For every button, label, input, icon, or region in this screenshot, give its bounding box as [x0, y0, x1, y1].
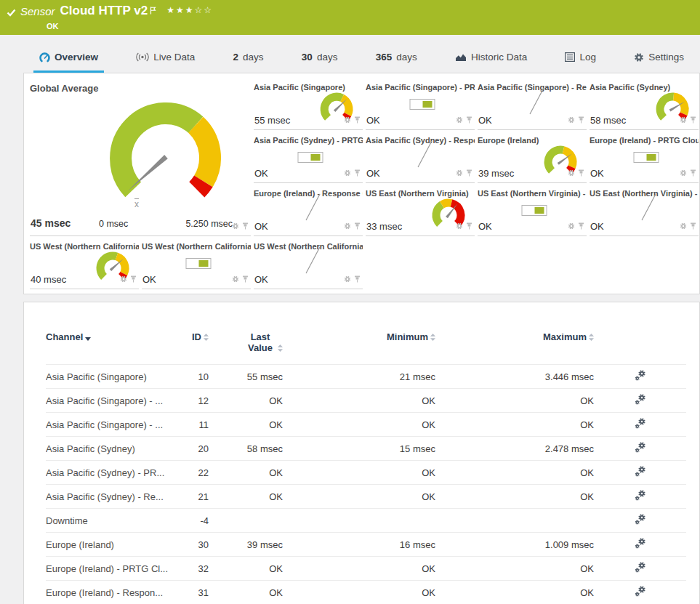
gear-icon[interactable]	[680, 113, 687, 126]
pin-icon[interactable]	[354, 166, 361, 180]
col-header-id[interactable]: ID	[171, 331, 209, 365]
tab-label: Log	[579, 52, 596, 63]
channel-tile[interactable]: Asia Pacific (Sydney) 58 msec	[590, 82, 699, 130]
channel-tile[interactable]: US East (Northern Virginia) - ... OK	[478, 188, 587, 236]
channel-tile[interactable]: Europe (Ireland) - Response C... OK	[254, 188, 363, 236]
gear-icon[interactable]	[680, 220, 687, 233]
channel-tile[interactable]: Asia Pacific (Singapore) - PR... OK	[366, 82, 475, 130]
channel-settings-icon[interactable]	[635, 490, 646, 504]
pin-icon[interactable]	[130, 273, 137, 286]
tab-365-days[interactable]: 365days	[370, 44, 423, 73]
cell-minimum: OK	[283, 389, 435, 413]
channel-settings-icon[interactable]	[635, 370, 646, 384]
pin-icon[interactable]	[466, 166, 472, 180]
gear-icon[interactable]	[568, 113, 575, 126]
tile-title: Europe (Ireland) - PRTG Cloud...	[590, 135, 699, 145]
pin-icon[interactable]	[578, 220, 584, 233]
cell-channel: Asia Pacific (Sydney) - Re...	[46, 485, 171, 509]
channel-settings-icon[interactable]	[635, 394, 646, 408]
cell-channel: Europe (Ireland) - PRTG Cl...	[46, 557, 171, 581]
star-empty-icon[interactable]: ☆	[194, 5, 204, 15]
cell-id: 10	[171, 365, 209, 389]
gear-icon[interactable]	[344, 113, 351, 126]
col-header-last-value[interactable]: Last Value	[209, 331, 283, 365]
star-empty-icon[interactable]: ☆	[204, 5, 213, 15]
col-header-maximum[interactable]: Maximum	[435, 331, 594, 365]
cell-minimum	[283, 509, 435, 533]
channel-tile[interactable]: US West (Northern California)... OK	[254, 241, 363, 289]
tab-live-data[interactable]: Live Data	[130, 44, 201, 73]
gear-icon[interactable]	[680, 166, 687, 180]
pin-icon[interactable]	[690, 220, 696, 233]
tab-30-days[interactable]: 30days	[296, 44, 344, 73]
tab-historic-data[interactable]: Historic Data	[449, 44, 533, 73]
table-row: Asia Pacific (Singapore) 10 55 msec 21 m…	[46, 365, 686, 389]
gear-icon[interactable]	[232, 220, 239, 233]
channel-tile[interactable]: US West (Northern California)... OK	[142, 241, 251, 289]
pin-icon[interactable]	[354, 273, 361, 286]
tab-overview[interactable]: Overview	[33, 44, 104, 73]
pin-icon[interactable]	[466, 113, 472, 126]
channel-tile[interactable]: Asia Pacific (Sydney) - PRTG ... OK	[254, 135, 363, 183]
cell-maximum: 1.009 msec	[435, 533, 594, 557]
tile-value: OK	[590, 221, 604, 232]
channel-tile[interactable]: Europe (Ireland) 39 msec	[478, 135, 587, 183]
channel-tile[interactable]: US West (Northern California) 40 msec	[30, 241, 139, 289]
cell-last-value: OK	[209, 413, 283, 437]
settings-icon	[634, 52, 644, 63]
channel-settings-icon[interactable]	[635, 586, 646, 600]
gear-icon[interactable]	[120, 273, 127, 286]
tab-2-days[interactable]: 2days	[228, 44, 270, 73]
channel-table-panel: ChannelIDLast ValueMinimumMaximum Asia P…	[23, 302, 700, 604]
star-filled-icon[interactable]: ★	[176, 5, 185, 15]
star-filled-icon[interactable]: ★	[185, 5, 195, 15]
channel-tile[interactable]: Asia Pacific (Sydney) - Respo... OK	[366, 135, 475, 183]
channel-tile[interactable]: Asia Pacific (Singapore) 55 msec	[254, 82, 363, 130]
sort-toggle-icon[interactable]	[589, 332, 594, 343]
sort-toggle-icon[interactable]	[278, 343, 283, 354]
pin-icon[interactable]	[690, 166, 696, 180]
pin-icon[interactable]	[242, 220, 249, 233]
pin-icon[interactable]	[354, 220, 361, 233]
cell-id: 21	[171, 485, 209, 509]
channel-settings-icon[interactable]	[635, 466, 646, 480]
col-header-actions	[594, 331, 686, 365]
channel-tile[interactable]: US East (Northern Virginia) - ... OK	[590, 188, 699, 236]
star-filled-icon[interactable]: ★	[166, 5, 176, 15]
gear-icon[interactable]	[344, 166, 351, 180]
tab-settings[interactable]: Settings	[628, 44, 690, 73]
pin-icon[interactable]	[242, 273, 249, 286]
sort-toggle-icon[interactable]	[204, 332, 209, 343]
tile-title: Asia Pacific (Sydney) - PRTG ...	[254, 135, 363, 145]
channel-tile[interactable]: Asia Pacific (Singapore) - Res... OK	[478, 82, 587, 130]
sort-toggle-icon[interactable]	[430, 332, 435, 343]
gear-icon[interactable]	[232, 273, 239, 286]
col-header-channel[interactable]: Channel	[46, 331, 171, 365]
pin-icon[interactable]	[578, 166, 584, 180]
gear-icon[interactable]	[456, 166, 463, 180]
channel-tile[interactable]: US East (Northern Virginia) 33 msec	[366, 188, 475, 236]
channel-settings-icon[interactable]	[635, 538, 646, 552]
channel-settings-icon[interactable]	[635, 418, 646, 432]
channel-settings-icon[interactable]	[635, 514, 646, 528]
channel-settings-icon[interactable]	[635, 562, 646, 576]
gear-icon[interactable]	[344, 220, 351, 233]
pin-icon[interactable]	[578, 113, 584, 126]
pin-icon[interactable]	[354, 113, 361, 126]
gauges-panel: Global Average x 0 msec 5.250 msec 45 ms…	[23, 73, 700, 294]
col-header-minimum[interactable]: Minimum	[283, 331, 435, 365]
gear-icon[interactable]	[456, 220, 463, 233]
gear-icon[interactable]	[456, 113, 463, 126]
sort-caret-icon[interactable]	[85, 332, 91, 343]
gear-icon[interactable]	[568, 166, 575, 180]
live-icon	[136, 52, 149, 62]
cell-last-value: 39 msec	[209, 533, 283, 557]
tab-log[interactable]: Log	[559, 44, 602, 73]
gear-icon[interactable]	[568, 220, 575, 233]
priority-stars[interactable]: ★★★☆☆	[166, 5, 213, 15]
channel-tile[interactable]: Europe (Ireland) - PRTG Cloud... OK	[590, 135, 699, 183]
gear-icon[interactable]	[344, 273, 351, 286]
channel-settings-icon[interactable]	[635, 442, 646, 456]
pin-icon[interactable]	[690, 113, 696, 126]
pin-icon[interactable]	[466, 220, 472, 233]
